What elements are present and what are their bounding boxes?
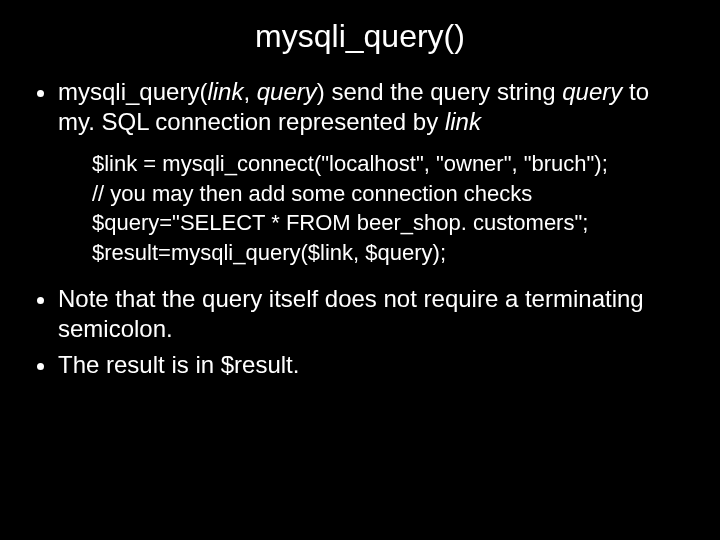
bullet-item-2: Note that the query itself does not requ…: [58, 284, 690, 344]
slide: mysqli_query() mysqli_query(link, query)…: [0, 0, 720, 540]
param-query-ref: query: [562, 78, 622, 105]
text-fragment: ,: [243, 78, 256, 105]
code-line-4: $result=mysqli_query($link, $query);: [92, 238, 690, 268]
bullet-list: mysqli_query(link, query) send the query…: [30, 77, 690, 380]
param-link-ref: link: [445, 108, 481, 135]
param-query: query: [257, 78, 317, 105]
slide-title: mysqli_query(): [30, 18, 690, 55]
code-line-1: $link = mysqli_connect("localhost", "own…: [92, 149, 690, 179]
param-link: link: [207, 78, 243, 105]
bullet-item-3: The result is in $result.: [58, 350, 690, 380]
code-line-3: $query="SELECT * FROM beer_shop. custome…: [92, 208, 690, 238]
text-fragment: mysqli_query(: [58, 78, 207, 105]
code-line-2: // you may then add some connection chec…: [92, 179, 690, 209]
bullet-item-1: mysqli_query(link, query) send the query…: [58, 77, 690, 268]
code-block: $link = mysqli_connect("localhost", "own…: [92, 149, 690, 268]
text-fragment: ) send the query string: [317, 78, 562, 105]
